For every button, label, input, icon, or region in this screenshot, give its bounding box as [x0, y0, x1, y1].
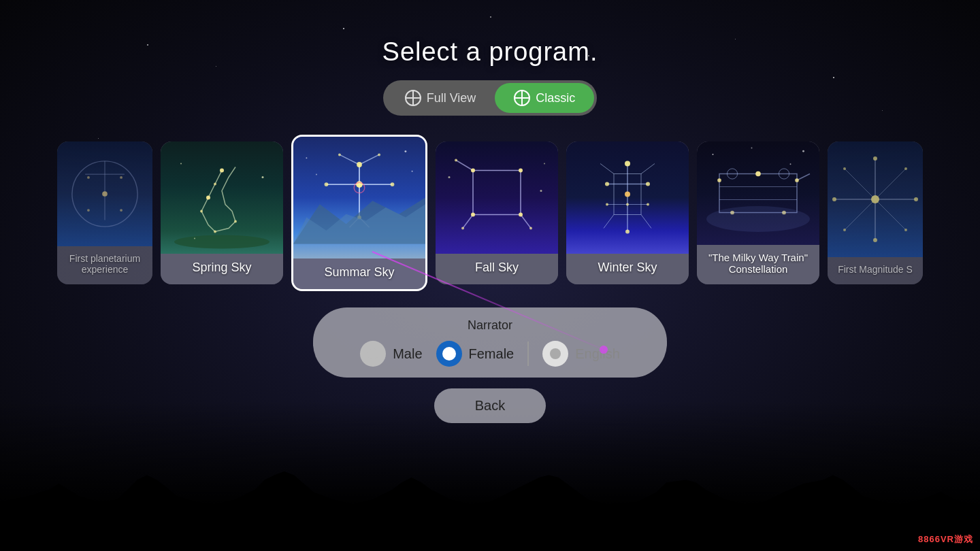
svg-point-90 [873, 238, 877, 242]
svg-line-21 [359, 154, 379, 165]
card-label-first-planetarium: First planetariumexperience [57, 246, 152, 284]
narrator-male-option[interactable]: Male [360, 341, 422, 367]
program-cards-row: First planetariumexperience [0, 135, 980, 291]
male-radio-button[interactable] [360, 341, 386, 367]
svg-point-9 [214, 183, 216, 186]
card-art-summer-sky [293, 137, 425, 258]
svg-line-57 [641, 164, 655, 174]
svg-point-12 [214, 231, 216, 233]
svg-point-51 [540, 190, 542, 192]
svg-line-20 [340, 154, 359, 165]
card-art-milky-way [697, 141, 819, 245]
card-label-first-magnitude: First Magnitude S [828, 257, 923, 284]
narrator-panel: Narrator Male Female [313, 307, 667, 378]
female-radio-button[interactable] [436, 341, 462, 367]
svg-point-25 [325, 182, 329, 186]
svg-point-67 [625, 230, 630, 234]
view-toggle-group: Full View Classic [383, 80, 598, 116]
page-title: Select a program. [382, 37, 598, 67]
svg-point-50 [544, 163, 545, 165]
female-radio-inner [442, 347, 456, 361]
card-label-summer-sky: Summar Sky [293, 258, 425, 289]
svg-point-45 [519, 213, 523, 217]
svg-point-5 [120, 176, 122, 179]
svg-line-56 [600, 164, 614, 174]
svg-point-81 [802, 150, 804, 152]
magnitude-constellation-art [828, 141, 923, 257]
svg-point-66 [647, 203, 649, 206]
svg-point-65 [626, 203, 629, 206]
svg-point-76 [795, 178, 799, 182]
svg-point-89 [873, 156, 877, 161]
program-card-first-magnitude[interactable]: First Magnitude S [828, 141, 923, 284]
card-art-winter-sky [566, 141, 689, 254]
svg-point-3 [102, 191, 108, 197]
svg-point-8 [220, 169, 224, 173]
card-art-fall-sky [436, 141, 558, 254]
svg-point-36 [412, 171, 413, 172]
program-card-fall-sky[interactable]: Fall Sky [436, 141, 558, 284]
card-label-fall-sky: Fall Sky [436, 254, 558, 284]
svg-point-11 [200, 210, 203, 213]
program-card-winter-sky[interactable]: Winter Sky [566, 141, 689, 284]
program-card-spring-sky[interactable]: Spring Sky [161, 141, 283, 284]
card-label-spring-sky: Spring Sky [161, 254, 283, 284]
svg-point-49 [448, 176, 451, 178]
spring-constellation-art [161, 141, 283, 254]
svg-point-79 [706, 206, 810, 232]
svg-point-14 [174, 235, 270, 249]
narrator-options: Male Female English [360, 341, 620, 367]
english-radio-button[interactable] [542, 341, 568, 367]
svg-point-96 [904, 229, 907, 231]
svg-line-40 [463, 215, 473, 229]
svg-point-15 [180, 163, 182, 165]
fall-constellation-art [436, 141, 558, 254]
svg-line-58 [604, 215, 614, 229]
svg-line-41 [521, 215, 531, 229]
svg-point-43 [519, 169, 523, 173]
svg-point-82 [751, 148, 753, 149]
svg-point-13 [234, 220, 237, 223]
svg-point-61 [605, 182, 609, 186]
svg-point-62 [646, 182, 650, 186]
svg-line-39 [456, 161, 473, 171]
svg-point-42 [471, 169, 475, 173]
narrator-language-option[interactable]: English [542, 341, 620, 367]
female-label: Female [469, 346, 514, 362]
english-label: English [575, 346, 620, 362]
svg-point-74 [717, 178, 721, 182]
svg-point-7 [120, 209, 122, 212]
narrator-title: Narrator [468, 318, 512, 333]
svg-point-46 [455, 159, 457, 162]
svg-point-75 [755, 171, 761, 177]
card-label-milky-way: "The Milky Way Train"Constellation [697, 245, 819, 284]
back-button[interactable]: Back [434, 388, 546, 423]
program-card-milky-way[interactable]: "The Milky Way Train"Constellation [697, 141, 819, 284]
svg-point-93 [843, 167, 846, 170]
milkyway-constellation-art [697, 141, 819, 245]
card-art-first-magnitude [828, 141, 923, 257]
classic-button[interactable]: Classic [495, 83, 594, 113]
svg-point-4 [87, 176, 90, 179]
svg-point-27 [357, 162, 362, 167]
summer-constellation-art [293, 137, 425, 258]
card-art-first-planetarium [57, 141, 152, 246]
svg-point-10 [206, 196, 210, 200]
narrator-female-option[interactable]: Female [436, 341, 514, 367]
svg-point-48 [529, 227, 532, 230]
svg-line-59 [641, 215, 651, 229]
ui-container: Select a program. Full View Classic [0, 0, 980, 551]
male-radio-inner [368, 348, 378, 359]
svg-point-92 [914, 197, 918, 201]
svg-point-63 [625, 192, 630, 197]
svg-rect-38 [473, 171, 521, 215]
full-view-button[interactable]: Full View [386, 83, 495, 113]
svg-point-6 [87, 209, 90, 212]
english-radio-inner [550, 348, 561, 359]
program-card-summer-sky[interactable]: Summar Sky [291, 135, 427, 291]
svg-point-17 [194, 238, 195, 239]
male-label: Male [393, 346, 422, 362]
svg-point-30 [378, 154, 380, 156]
program-card-first-planetarium[interactable]: First planetariumexperience [57, 141, 152, 284]
watermark: 8866VR游戏 [918, 533, 973, 546]
